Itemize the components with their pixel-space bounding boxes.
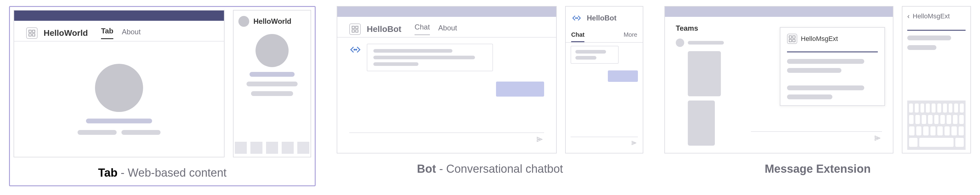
result-line[interactable] (907, 35, 951, 40)
send-icon[interactable] (631, 140, 637, 147)
message-input[interactable] (751, 131, 882, 145)
mobile-body (234, 31, 310, 157)
sidebar-entry[interactable] (676, 38, 742, 47)
caption-rest: - Conversational chatbot (436, 163, 563, 175)
app-icon (787, 34, 797, 44)
app-header: HelloWorld Tab About (14, 21, 224, 42)
mobile-body (566, 43, 643, 153)
message-input[interactable] (571, 137, 638, 150)
text-line (373, 49, 452, 53)
tab-item-chat[interactable]: Chat (415, 23, 430, 35)
send-icon[interactable] (536, 136, 543, 144)
bot-avatar-icon (571, 12, 582, 24)
svg-rect-12 (789, 36, 792, 38)
svg-point-11 (577, 18, 578, 19)
accent-bar (250, 72, 294, 77)
svg-rect-15 (793, 40, 795, 42)
text-line (575, 56, 597, 59)
avatar-placeholder (256, 34, 289, 67)
grey-bar (247, 82, 298, 86)
text-line (688, 101, 715, 145)
svg-point-8 (354, 50, 355, 50)
extension-card: HelloMsgExt (780, 27, 885, 106)
card-header: HelloMsgExt (787, 34, 878, 44)
caption-bold: Message Extension (765, 163, 871, 175)
result-line[interactable] (907, 45, 936, 50)
tab-body (14, 42, 224, 157)
caption-me: Message Extension (664, 163, 971, 176)
accent-bar (86, 118, 152, 123)
me-desktop-window: Teams (664, 6, 893, 153)
bot-message (349, 44, 544, 71)
nav-tile[interactable] (266, 142, 278, 154)
window-titlebar (14, 11, 224, 21)
mobile-tab-more[interactable]: More (624, 28, 637, 42)
nav-tile[interactable] (235, 142, 247, 154)
sidebar-title: Teams (676, 24, 742, 32)
tab-item-tab[interactable]: Tab (101, 27, 113, 39)
app-title: HelloBot (367, 24, 401, 34)
card-title: HelloMsgExt (801, 35, 838, 43)
nav-tile[interactable] (282, 142, 294, 154)
tab-item-about[interactable]: About (438, 24, 457, 35)
section-message-extension: Teams (664, 6, 971, 176)
text-line (575, 50, 606, 54)
search-input[interactable] (907, 28, 966, 31)
grey-bar (121, 130, 161, 135)
svg-rect-4 (352, 26, 355, 29)
tab-item-about[interactable]: About (122, 28, 141, 39)
caption-rest: - Web-based content (118, 166, 227, 179)
bot-avatar-icon (349, 44, 361, 56)
message-bubble (571, 46, 619, 64)
svg-point-9 (356, 50, 357, 50)
sidebar: Teams (676, 24, 742, 145)
text-line (373, 56, 475, 59)
avatar-icon (239, 16, 249, 27)
avatar-icon (676, 38, 684, 47)
result-line[interactable] (787, 85, 864, 90)
mobile-title: HelloBot (587, 14, 617, 22)
app-icon (349, 24, 361, 35)
mobile-tab-chat[interactable]: Chat (571, 28, 584, 42)
result-line[interactable] (787, 59, 864, 64)
tab-mobile-window: HelloWorld (233, 10, 311, 157)
window-titlebar (337, 6, 556, 17)
svg-rect-7 (356, 30, 358, 32)
mobile-tabbar: Chat More (566, 28, 643, 43)
bot-body (337, 38, 556, 153)
svg-rect-1 (32, 30, 35, 32)
bot-mobile-window: HelloBot Chat More (565, 6, 643, 153)
tabbar: Tab About (101, 27, 141, 39)
tile-row (235, 142, 309, 154)
mobile-header: HelloBot (566, 6, 643, 28)
grey-bar (251, 91, 293, 96)
text-line (688, 41, 724, 45)
nav-tile[interactable] (250, 142, 262, 154)
result-line[interactable] (787, 68, 842, 73)
avatar-placeholder (95, 64, 143, 112)
caption-tab: Tab - Web-based content (14, 166, 311, 179)
back-icon[interactable]: ‹ (907, 12, 910, 21)
app-header: HelloBot Chat About (337, 17, 556, 38)
tab-desktop-window: HelloWorld Tab About (14, 10, 224, 157)
search-input[interactable] (787, 50, 878, 52)
highlight-box: HelloWorld Tab About (9, 6, 316, 186)
user-reply-bubble (608, 70, 638, 82)
result-line[interactable] (787, 94, 832, 99)
me-mobile-window: ‹ HelloMsgExt (902, 6, 971, 153)
message-bubble (367, 44, 493, 71)
mobile-title: HelloWorld (253, 17, 291, 26)
message-input[interactable] (349, 133, 544, 147)
svg-rect-14 (789, 40, 792, 42)
svg-rect-13 (793, 36, 795, 38)
app-icon (26, 27, 38, 39)
caption-bot: Bot - Conversational chatbot (337, 163, 643, 176)
keyboard[interactable] (907, 101, 966, 150)
send-icon[interactable] (874, 135, 881, 143)
mobile-header: HelloWorld (234, 11, 310, 31)
nav-tile[interactable] (297, 142, 309, 154)
mobile-header: ‹ HelloMsgExt (902, 6, 970, 25)
text-line (688, 51, 721, 96)
svg-rect-3 (32, 34, 35, 36)
caption-bold: Tab (98, 166, 118, 179)
